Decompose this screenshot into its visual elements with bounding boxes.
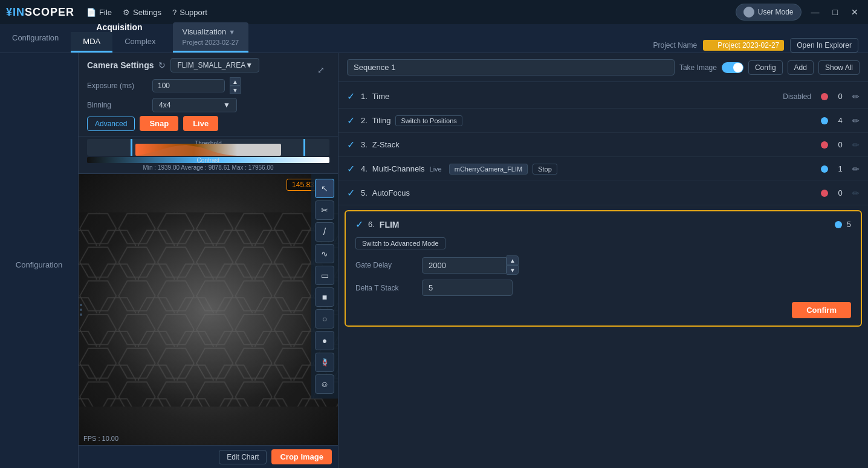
maximize-button[interactable]: □ (829, 6, 841, 18)
person-tool-button[interactable]: ☺ (315, 374, 334, 394)
minimize-button[interactable]: — (808, 6, 823, 18)
edit-chart-button[interactable]: Edit Chart (219, 450, 267, 464)
gate-delay-input[interactable] (422, 257, 507, 274)
flim-footer: Confirm (355, 302, 851, 318)
confirm-button[interactable]: Confirm (792, 302, 851, 318)
sequence-item-tiling: ✓ 2. Tiling Switch to Positions 4 ✏ (338, 109, 868, 133)
item-autofocus-edit-button[interactable]: ✏ (852, 188, 860, 198)
config-button[interactable]: Config (748, 60, 783, 75)
advanced-button[interactable]: Advanced (87, 117, 135, 131)
settings-icon: ⚙ (123, 8, 130, 17)
bottom-bar: Edit Chart Crop Image (79, 445, 338, 468)
contrast-bar: Contrast (87, 157, 329, 163)
binning-label: Binning (87, 101, 147, 109)
item-multichannels-check[interactable]: ✓ (347, 163, 355, 175)
sequence-item-zstack: ✓ 3. Z-Stack 0 ✏ (338, 133, 868, 157)
gate-delay-down-button[interactable]: ▼ (507, 265, 519, 275)
switch-advanced-mode-button[interactable]: Switch to Advanced Mode (355, 237, 445, 249)
stop-button[interactable]: Stop (533, 164, 557, 175)
item-zstack-check[interactable]: ✓ (347, 139, 355, 150)
item-zstack-edit-button[interactable]: ✏ (852, 140, 860, 150)
item-time-check[interactable]: ✓ (347, 91, 355, 102)
item-autofocus-count: 0 (834, 188, 846, 197)
histogram-right-handle[interactable] (303, 139, 305, 156)
item-time-disabled-label: Disabled (783, 92, 811, 101)
item-zstack-count: 0 (834, 140, 846, 149)
crop-image-button[interactable]: Crop Image (271, 449, 332, 464)
tab-mda[interactable]: MDA (71, 32, 112, 53)
support-label: Support (180, 8, 207, 17)
histogram-section: Threshold Contrast Min : 1939.00 Average… (79, 136, 338, 174)
circle-outline-tool-button[interactable]: ○ (315, 309, 334, 329)
item-tiling-count: 4 (834, 116, 846, 125)
delta-t-input[interactable] (422, 280, 513, 296)
exposure-row: Exposure (ms) ▲ ▼ (87, 77, 329, 94)
main-layout: Configuration Camera Settings ↻ FLIM_SMA… (0, 53, 868, 468)
camera-preset-dropdown[interactable]: FLIM_SMALL_AREA ▼ (170, 58, 259, 72)
close-button[interactable]: ✕ (847, 6, 862, 18)
binning-chevron-icon: ▼ (223, 101, 230, 109)
sequence-item-time: ✓ 1. Time Disabled 0 ✏ (338, 85, 868, 109)
menu-support[interactable]: ? Support (172, 8, 207, 17)
item-multichannels-edit-button[interactable]: ✏ (852, 164, 860, 174)
live-button[interactable]: Live (183, 116, 218, 131)
histogram-left-handle[interactable] (131, 139, 132, 156)
tabs-left: Configuration Acquisition MDA Complex Vi… (0, 24, 248, 53)
rect-fill-tool-button[interactable]: ■ (315, 287, 334, 307)
histogram-bar: Threshold (87, 139, 329, 156)
tab-configuration[interactable]: Configuration (0, 24, 71, 53)
menu-settings[interactable]: ⚙ Settings (123, 8, 161, 17)
sequence-name-input[interactable] (347, 59, 675, 75)
take-image-toggle[interactable] (722, 62, 743, 73)
sequence-item-autofocus: ✓ 5. AutoFocus 0 ✏ (338, 181, 868, 205)
curve-tool-button[interactable]: ∿ (315, 244, 334, 263)
switch-positions-button[interactable]: Switch to Positions (395, 115, 462, 126)
project-color-icon (708, 42, 715, 49)
tab-complex[interactable]: Complex (112, 32, 167, 53)
project-badge: Project 2023-02-27 (703, 40, 784, 51)
flim-check[interactable]: ✓ (355, 219, 363, 230)
snap-button[interactable]: Snap (140, 116, 178, 131)
scissors-tool-button[interactable]: ✂ (315, 200, 334, 220)
dot3 (80, 313, 82, 316)
line-tool-button[interactable]: / (315, 222, 334, 242)
gate-delay-up-button[interactable]: ▲ (507, 255, 519, 265)
item-time-count: 0 (834, 92, 846, 101)
gate-delay-input-group: ▲ ▼ (422, 255, 519, 275)
lasso-tool-button[interactable]: 🪢 (315, 353, 334, 372)
item-multichannels-channel-tag: mCherryCamera_FLIM (449, 164, 528, 175)
camera-settings-section: Camera Settings ↻ FLIM_SMALL_AREA ▼ ⤢ Ex… (79, 53, 338, 136)
show-all-button[interactable]: Show All (818, 60, 860, 75)
take-image-label: Take Image (679, 63, 717, 72)
item-time-edit-button[interactable]: ✏ (852, 92, 860, 101)
exposure-down-button[interactable]: ▼ (230, 86, 241, 94)
item-autofocus-check[interactable]: ✓ (347, 187, 355, 199)
settings-label: Settings (133, 8, 161, 17)
expand-button[interactable]: ⤢ (317, 65, 325, 75)
binning-dropdown[interactable]: 4x4 ▼ (152, 98, 237, 112)
item-tiling-edit-button[interactable]: ✏ (852, 116, 860, 126)
project-name-label: Project Name (653, 41, 698, 50)
circle-fill-tool-button[interactable]: ● (315, 331, 334, 350)
sequence-item-multichannels: ✓ 4. Multi-Channels Live mCherryCamera_F… (338, 157, 868, 181)
exposure-input[interactable] (152, 79, 225, 92)
menu-file[interactable]: 📄 File (86, 8, 112, 17)
exposure-label: Exposure (ms) (87, 82, 147, 90)
item-time-status-dot (821, 93, 828, 100)
item-multichannels-live-label: Live (430, 165, 442, 173)
camera-settings-header: Camera Settings ↻ FLIM_SMALL_AREA ▼ ⤢ (87, 58, 329, 72)
histogram-svg (135, 144, 281, 156)
cursor-tool-button[interactable]: ↖ (315, 179, 334, 198)
item-multichannels-label: Multi-Channels (372, 164, 425, 173)
tab-visualization[interactable]: Visualization ▼ Project 2023-02-27 (173, 22, 249, 53)
rect-outline-tool-button[interactable]: ▭ (315, 266, 334, 285)
item-tiling-check[interactable]: ✓ (347, 115, 355, 126)
camera-settings-title: Camera Settings (87, 60, 154, 70)
user-mode-button[interactable]: User Mode (736, 4, 802, 21)
item-tiling-num: 2. (361, 116, 368, 125)
sidebar-item-configuration[interactable]: Configuration (4, 63, 74, 468)
camera-refresh-button[interactable]: ↻ (158, 60, 166, 70)
open-explorer-button[interactable]: Open In Explorer (790, 38, 858, 53)
add-button[interactable]: Add (788, 60, 814, 75)
exposure-up-button[interactable]: ▲ (230, 77, 241, 86)
